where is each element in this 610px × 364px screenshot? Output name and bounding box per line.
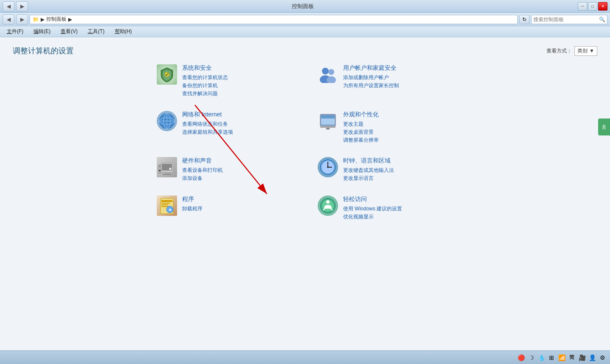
appearance-link-2[interactable]: 更改桌面背景 [343, 128, 379, 136]
section-network: 网络和 Internet 查看网络状态和任务 选择家庭组和共享选项 [157, 111, 292, 145]
taskbar-icon-5[interactable]: 📶 [557, 353, 566, 362]
menu-file[interactable]: 文件(F) [3, 27, 27, 36]
menu-bar: 文件(F) 编辑(E) 查看(V) 工具(T) 帮助(H) [0, 26, 610, 37]
taskbar-icon-7[interactable]: 👤 [588, 353, 596, 362]
menu-help[interactable]: 帮助(H) [111, 27, 136, 36]
security-icon [157, 64, 177, 85]
main-content: 调整计算机的设置 查看方式： 类别 ▼ 系统和安全 查看您的计算机状 [0, 37, 610, 350]
page-header: 调整计算机的设置 查看方式： 类别 ▼ [13, 46, 597, 56]
menu-view[interactable]: 查看(V) [57, 27, 81, 36]
control-panel-grid: 系统和安全 查看您的计算机状态 备份您的计算机 查找并解决问题 用户帐户和家庭安… [157, 64, 453, 225]
network-link-1[interactable]: 查看网络状态和任务 [182, 120, 233, 128]
appearance-title[interactable]: 外观和个性化 [343, 111, 379, 119]
ease-icon [318, 196, 338, 216]
address-path: 控制面板 [46, 16, 67, 23]
taskbar-icon-6[interactable]: 🎥 [578, 353, 586, 362]
programs-link-1[interactable]: 卸载程序 [182, 205, 202, 213]
users-title[interactable]: 用户帐户和家庭安全 [343, 64, 399, 72]
view-mode-selector[interactable]: 查看方式： 类别 ▼ [546, 46, 597, 56]
hardware-link-1[interactable]: 查看设备和打印机 [182, 166, 223, 174]
forward-button[interactable]: ▶ [16, 1, 28, 11]
maximize-button[interactable]: □ [588, 2, 597, 11]
section-programs: ★ 程序 卸载程序 [157, 196, 292, 221]
appearance-link-3[interactable]: 调整屏幕分辨率 [343, 136, 379, 144]
programs-title[interactable]: 程序 [182, 196, 202, 203]
taskbar-icon-8[interactable]: ⚙ [598, 353, 607, 362]
hardware-title[interactable]: 硬件和声音 [182, 157, 223, 165]
section-clock: 时钟、语言和区域 更改键盘或其他输入法 更改显示语言 [318, 157, 453, 182]
search-input[interactable] [533, 17, 597, 22]
chevron-down-icon: ▼ [589, 48, 594, 54]
svg-point-21 [159, 166, 161, 167]
security-link-2[interactable]: 备份您的计算机 [182, 82, 228, 90]
network-link-2[interactable]: 选择家庭组和共享选项 [182, 128, 233, 136]
section-security: 系统和安全 查看您的计算机状态 备份您的计算机 查找并解决问题 [157, 64, 292, 98]
hardware-text: 硬件和声音 查看设备和打印机 添加设备 [182, 157, 223, 182]
minimize-button[interactable]: ─ [578, 2, 587, 11]
section-appearance: 外观和个性化 更改主题 更改桌面背景 调整屏幕分辨率 [318, 111, 453, 145]
network-title[interactable]: 网络和 Internet [182, 111, 233, 119]
side-tab[interactable]: 46 [598, 119, 610, 135]
nav-back-button[interactable]: ◀ [3, 14, 14, 25]
svg-point-3 [328, 69, 334, 75]
search-icon: 🔍 [599, 17, 605, 22]
appearance-link-1[interactable]: 更改主题 [343, 120, 379, 128]
clock-icon [318, 157, 338, 177]
page-title: 调整计算机的设置 [13, 46, 74, 56]
network-text: 网络和 Internet 查看网络状态和任务 选择家庭组和共享选项 [182, 111, 233, 136]
svg-rect-18 [163, 174, 171, 175]
view-mode-value: 类别 [577, 47, 588, 55]
ease-link-1[interactable]: 使用 Windows 建议的设置 [343, 205, 402, 213]
svg-rect-14 [326, 128, 330, 130]
taskbar-icon-2[interactable]: ☽ [527, 353, 535, 362]
svg-text:★: ★ [168, 207, 172, 212]
users-link-1[interactable]: 添加或删除用户帐户 [343, 74, 399, 82]
title-bar: ◀ ▶ 控制面板 ─ □ ✕ [0, 0, 610, 13]
security-link-3[interactable]: 查找并解决问题 [182, 90, 228, 98]
clock-title[interactable]: 时钟、语言和区域 [343, 157, 394, 165]
security-text: 系统和安全 查看您的计算机状态 备份您的计算机 查找并解决问题 [182, 64, 228, 98]
svg-rect-12 [321, 115, 335, 119]
taskbar-icon-4[interactable]: ⊞ [547, 353, 556, 362]
section-users: 用户帐户和家庭安全 添加或删除用户帐户 为所有用户设置家长控制 [318, 64, 453, 98]
nav-forward-button[interactable]: ▶ [16, 14, 28, 25]
back-button[interactable]: ◀ [3, 1, 14, 11]
address-field[interactable]: 📁 ▶ 控制面板 ▶ [30, 15, 518, 24]
menu-tools[interactable]: 工具(T) [84, 27, 108, 36]
taskbar: 🔴 ☽ 💧 ⊞ 📶 简 🎥 👤 ⚙ [0, 350, 610, 364]
security-link-1[interactable]: 查看您的计算机状态 [182, 74, 228, 82]
address-bar: ◀ ▶ 📁 ▶ 控制面板 ▶ ↻ 🔍 [0, 13, 610, 26]
svg-rect-13 [320, 126, 336, 128]
users-text: 用户帐户和家庭安全 添加或删除用户帐户 为所有用户设置家长控制 [343, 64, 399, 90]
section-ease: 轻松访问 使用 Windows 建议的设置 优化视频显示 [318, 196, 453, 221]
programs-text: 程序 卸载程序 [182, 196, 202, 213]
ease-title[interactable]: 轻松访问 [343, 196, 402, 203]
close-button[interactable]: ✕ [598, 2, 607, 11]
svg-rect-30 [161, 200, 172, 202]
address-arrow2: ▶ [68, 17, 72, 22]
taskbar-icon-lang[interactable]: 简 [568, 353, 576, 362]
address-arrow: ▶ [41, 17, 44, 22]
security-title[interactable]: 系统和安全 [182, 64, 228, 72]
search-box[interactable]: 🔍 [531, 15, 607, 24]
ease-link-2[interactable]: 优化视频显示 [343, 213, 402, 221]
svg-rect-31 [161, 203, 170, 204]
network-icon [157, 111, 177, 131]
menu-edit[interactable]: 编辑(E) [30, 27, 54, 36]
refresh-button[interactable]: ↻ [519, 15, 530, 24]
cp-folder-icon: 📁 [33, 17, 39, 22]
hardware-icon [157, 157, 177, 177]
users-link-2[interactable]: 为所有用户设置家长控制 [343, 82, 399, 90]
clock-link-2[interactable]: 更改显示语言 [343, 174, 394, 182]
title-bar-left: ◀ ▶ [3, 1, 28, 11]
view-mode-dropdown[interactable]: 类别 ▼ [574, 46, 597, 56]
svg-point-38 [326, 200, 330, 204]
svg-point-19 [169, 168, 172, 170]
taskbar-icon-1[interactable]: 🔴 [517, 353, 525, 362]
appearance-text: 外观和个性化 更改主题 更改桌面背景 调整屏幕分辨率 [343, 111, 379, 145]
hardware-link-2[interactable]: 添加设备 [182, 174, 223, 182]
svg-rect-32 [161, 204, 168, 205]
taskbar-icon-3[interactable]: 💧 [537, 353, 546, 362]
clock-link-1[interactable]: 更改键盘或其他输入法 [343, 166, 394, 174]
appearance-icon [318, 111, 338, 131]
